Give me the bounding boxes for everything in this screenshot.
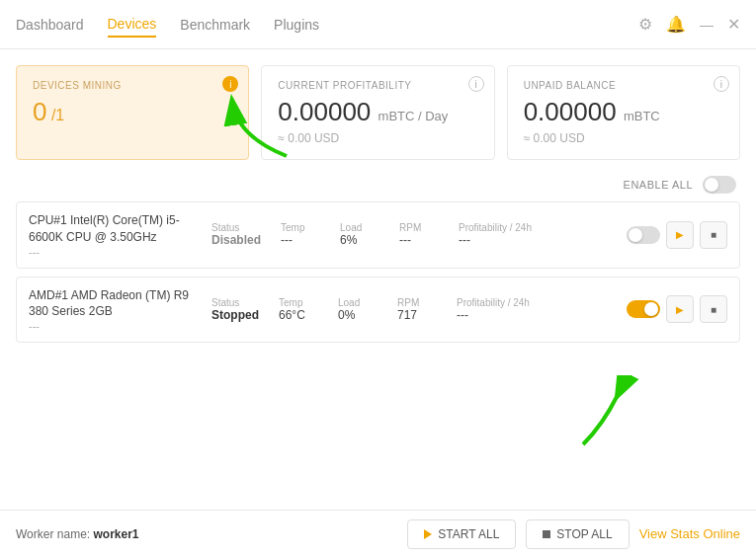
balance-usd: ≈ 0.00 USD — [524, 131, 723, 145]
device-stop-btn-cpu[interactable]: ■ — [700, 221, 727, 249]
device-play-btn-cpu[interactable]: ▶ — [666, 221, 694, 249]
device-controls-cpu: ▶ ■ — [627, 221, 727, 249]
start-all-label: START ALL — [438, 527, 499, 541]
stats-row: i DEVICES MINING 0 /1 i CURRENT PROFITAB… — [16, 65, 740, 160]
device-stat-rpm-cpu: RPM --- — [399, 222, 439, 247]
device-sub-cpu: --- — [29, 246, 211, 258]
footer-actions: START ALL STOP ALL View Stats Online — [407, 519, 740, 549]
device-status-value-amd: Stopped — [211, 308, 259, 322]
device-stats-amd: Status Stopped Temp 66°C Load 0% RPM 717… — [211, 297, 627, 322]
main-content: i DEVICES MINING 0 /1 i CURRENT PROFITAB… — [0, 49, 756, 366]
device-sub-amd: --- — [29, 320, 211, 332]
device-status-value-cpu: Disabled — [211, 233, 261, 247]
tab-benchmark[interactable]: Benchmark — [180, 13, 250, 37]
tab-devices[interactable]: Devices — [108, 12, 157, 38]
device-toggle-cpu[interactable] — [627, 226, 660, 244]
devices-mining-info-icon[interactable]: i — [222, 76, 238, 92]
balance-label: UNPAID BALANCE — [524, 80, 723, 91]
device-stat-load-cpu: Load 6% — [340, 222, 379, 247]
tab-plugins[interactable]: Plugins — [274, 13, 319, 37]
annotation-arrow-2 — [573, 375, 652, 454]
devices-mining-value: 0 /1 — [33, 97, 232, 127]
enable-all-label: ENABLE ALL — [624, 179, 693, 191]
device-row-cpu: CPU#1 Intel(R) Core(TM) i5-6600K CPU @ 3… — [16, 201, 740, 269]
enable-all-toggle[interactable] — [703, 176, 736, 194]
profitability-usd: ≈ 0.00 USD — [278, 131, 477, 145]
devices-mining-card: i DEVICES MINING 0 /1 — [16, 65, 249, 160]
device-name-col-amd: AMD#1 AMD Radeon (TM) R9 380 Series 2GB … — [29, 287, 211, 333]
start-all-button[interactable]: START ALL — [407, 519, 516, 549]
balance-card: i UNPAID BALANCE 0.00000 mBTC ≈ 0.00 USD — [507, 65, 740, 160]
device-stat-rpm-amd: RPM 717 — [397, 297, 437, 322]
title-bar: Dashboard Devices Benchmark Plugins ⚙ 🔔 … — [0, 0, 756, 49]
device-stats-cpu: Status Disabled Temp --- Load 6% RPM ---… — [211, 222, 627, 247]
device-play-btn-amd[interactable]: ▶ — [666, 295, 694, 323]
device-name-amd: AMD#1 AMD Radeon (TM) R9 380 Series 2GB — [29, 287, 211, 321]
minimize-icon[interactable]: — — [700, 17, 714, 33]
profitability-value: 0.00000 mBTC / Day — [278, 97, 477, 127]
device-stat-profit-amd: Profitability / 24h --- — [457, 297, 546, 322]
device-stat-temp-amd: Temp 66°C — [279, 297, 318, 322]
stop-all-button[interactable]: STOP ALL — [526, 519, 629, 549]
device-controls-amd: ▶ ■ — [627, 295, 727, 323]
title-bar-controls: ⚙ 🔔 — ✕ — [638, 15, 740, 34]
profitability-card: i CURRENT PROFITABILITY 0.00000 mBTC / D… — [261, 65, 494, 160]
device-toggle-amd[interactable] — [627, 300, 660, 318]
device-row-amd: AMD#1 AMD Radeon (TM) R9 380 Series 2GB … — [16, 277, 740, 344]
settings-icon[interactable]: ⚙ — [638, 15, 652, 34]
nav-tabs: Dashboard Devices Benchmark Plugins — [16, 12, 638, 38]
enable-all-row: ENABLE ALL — [16, 176, 740, 194]
balance-info-icon[interactable]: i — [714, 76, 729, 92]
start-all-icon — [424, 529, 432, 539]
device-stat-profit-cpu: Profitability / 24h --- — [459, 222, 547, 247]
device-stop-btn-amd[interactable]: ■ — [700, 295, 727, 323]
device-name-col-cpu: CPU#1 Intel(R) Core(TM) i5-6600K CPU @ 3… — [29, 212, 211, 258]
bell-icon[interactable]: 🔔 — [666, 15, 686, 34]
view-stats-link[interactable]: View Stats Online — [639, 526, 740, 541]
device-stat-temp-cpu: Temp --- — [281, 222, 320, 247]
worker-name: Worker name: worker1 — [16, 527, 407, 541]
device-stat-status-amd: Status Stopped — [211, 297, 259, 322]
devices-mining-label: DEVICES MINING — [33, 80, 232, 91]
device-stat-load-amd: Load 0% — [338, 297, 378, 322]
balance-value: 0.00000 mBTC — [524, 97, 723, 127]
device-name-cpu: CPU#1 Intel(R) Core(TM) i5-6600K CPU @ 3… — [29, 212, 211, 246]
stop-all-label: STOP ALL — [556, 527, 612, 541]
close-icon[interactable]: ✕ — [727, 15, 740, 34]
footer: Worker name: worker1 START ALL STOP ALL … — [0, 510, 756, 557]
stop-all-icon — [543, 530, 550, 538]
device-stat-status-cpu: Status Disabled — [211, 222, 261, 247]
profitability-info-icon[interactable]: i — [468, 76, 484, 92]
tab-dashboard[interactable]: Dashboard — [16, 13, 84, 37]
profitability-label: CURRENT PROFITABILITY — [278, 80, 477, 91]
